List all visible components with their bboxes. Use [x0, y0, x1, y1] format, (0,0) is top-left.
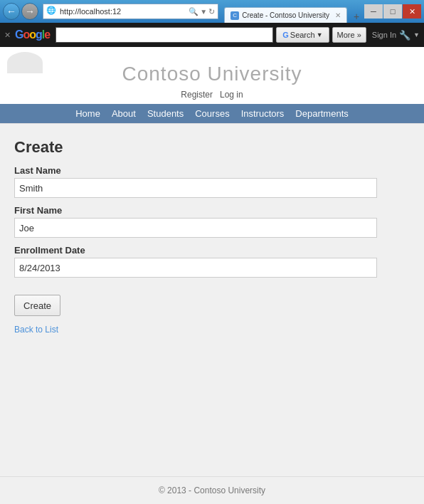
nav-home[interactable]: Home [75, 108, 100, 119]
address-text: http://localhost:12 [60, 7, 189, 16]
nav-departments[interactable]: Departments [295, 108, 348, 119]
address-favicon: 🌐 [46, 6, 58, 17]
active-tab[interactable]: C Create - Contoso University ✕ [224, 7, 347, 23]
login-link[interactable]: Log in [220, 90, 243, 100]
browser-window: ← → 🌐 http://localhost:12 🔍 ▼ ↻ C Create… [0, 0, 424, 504]
enrollment-date-label: Enrollment Date [14, 245, 410, 256]
nav-about[interactable]: About [112, 108, 136, 119]
auth-links: Register Log in [0, 88, 424, 104]
tab-label: Create - Contoso University [242, 11, 329, 19]
search-dropdown-icon[interactable]: ▼ [317, 31, 323, 38]
nav-courses[interactable]: Courses [195, 108, 229, 119]
forward-button[interactable]: → [21, 3, 38, 20]
first-name-group: First Name [14, 205, 410, 238]
tab-area: C Create - Contoso University ✕ + [224, 7, 363, 23]
google-toolbar: ✕ Google G Search ▼ More » Sign In 🔧 ▼ [0, 23, 424, 47]
address-refresh-icon[interactable]: ↻ [208, 7, 215, 16]
register-link[interactable]: Register [181, 90, 213, 100]
address-search-icon: 🔍 [189, 7, 198, 16]
form-title: Create [14, 138, 410, 157]
toolbar-close-button[interactable]: ✕ [4, 31, 11, 40]
wrench-icon[interactable]: 🔧 [399, 30, 410, 41]
search-label: Search [290, 31, 315, 39]
back-to-list-link[interactable]: Back to List [14, 325, 58, 335]
tab-favicon: C [230, 11, 239, 20]
wrench-dropdown-icon[interactable]: ▼ [413, 31, 420, 38]
create-button[interactable]: Create [14, 295, 60, 316]
enrollment-date-input[interactable] [14, 258, 377, 278]
last-name-label: Last Name [14, 165, 410, 176]
site-header: Contoso University Register Log in Home … [0, 47, 424, 124]
sign-in-link[interactable]: Sign In [372, 31, 396, 39]
footer-copyright: © 2013 - Contoso University [159, 485, 265, 495]
nav-students[interactable]: Students [147, 108, 184, 119]
back-button[interactable]: ← [3, 3, 20, 20]
tab-close-button[interactable]: ✕ [335, 11, 341, 19]
first-name-input[interactable] [14, 218, 377, 238]
site-content: Contoso University Register Log in Home … [0, 47, 424, 504]
nav-instructors[interactable]: Instructors [241, 108, 285, 119]
back-link-area: Back to List [14, 316, 410, 335]
google-search-input[interactable] [55, 27, 273, 43]
google-logo: Google [15, 28, 50, 41]
maximize-button[interactable]: □ [383, 4, 402, 19]
address-bar[interactable]: 🌐 http://localhost:12 🔍 ▼ ↻ [43, 4, 218, 19]
last-name-group: Last Name [14, 165, 410, 198]
more-button[interactable]: More » [332, 27, 366, 43]
first-name-label: First Name [14, 205, 410, 216]
site-nav: Home About Students Courses Instructors … [0, 104, 424, 123]
minimize-button[interactable]: ─ [364, 4, 383, 19]
last-name-input[interactable] [14, 178, 377, 198]
logo-circle-decoration [7, 52, 43, 73]
window-controls: ─ □ ✕ [364, 4, 421, 19]
form-area: Create Last Name First Name Enrollment D… [0, 124, 424, 476]
new-tab-button[interactable]: + [350, 10, 363, 23]
enrollment-date-group: Enrollment Date [14, 245, 410, 278]
site-footer: © 2013 - Contoso University [0, 476, 424, 504]
nav-buttons: ← → [3, 3, 38, 20]
search-icon: G [282, 31, 289, 39]
close-button[interactable]: ✕ [403, 4, 421, 19]
google-search-button[interactable]: G Search ▼ [276, 27, 329, 43]
title-bar: ← → 🌐 http://localhost:12 🔍 ▼ ↻ C Create… [0, 0, 424, 23]
address-dropdown-icon[interactable]: ▼ [200, 8, 207, 16]
form-actions: Create [14, 285, 410, 316]
site-title: Contoso University [0, 56, 424, 88]
